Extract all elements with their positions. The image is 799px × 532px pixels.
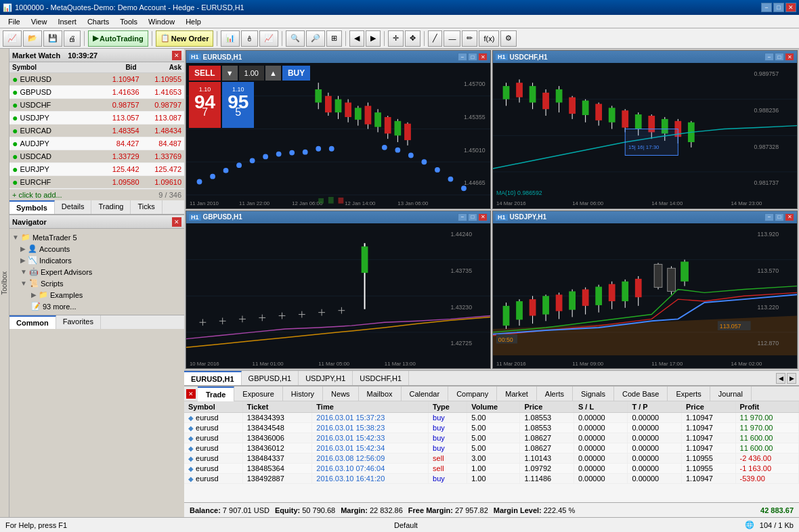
list-item[interactable]: ●USDJPY 113.057 113.087 [9,112,184,125]
list-item[interactable]: ●USDCAD 1.33729 1.33769 [9,150,184,163]
add-symbol-link[interactable]: + click to add... [12,191,62,199]
chart-line-button[interactable]: 📈 [259,30,278,47]
chart-close-button[interactable]: ✕ [478,213,488,221]
sidebar-item-indicators[interactable]: ▶ 📉 Indicators [9,254,184,266]
chart-min-button[interactable]: − [764,53,774,61]
chart-max-button[interactable]: □ [775,213,784,221]
settings-button[interactable]: ⚙ [500,30,517,47]
list-item[interactable]: ●GBPUSD 1.41636 1.41653 [9,86,184,99]
tab-symbols[interactable]: Symbols [9,200,55,214]
buy-button[interactable]: BUY [282,66,310,81]
menu-window[interactable]: Window [143,16,180,27]
volume-up-button[interactable]: ▲ [265,66,281,81]
menu-file[interactable]: File [3,16,26,27]
list-item[interactable]: ●EURCAD 1.48354 1.48434 [9,125,184,137]
col-price[interactable]: Price [520,401,574,413]
line-button[interactable]: ╱ [428,30,442,47]
market-watch-close[interactable]: ✕ [172,51,181,60]
col-sl[interactable]: S / L [574,401,628,413]
terminal-tab-experts[interactable]: Experts [668,386,710,401]
terminal-tab-company[interactable]: Company [448,386,497,401]
col-profit[interactable]: Profit [735,401,798,413]
chart-tab-next-button[interactable]: ▶ [787,373,796,384]
chart-min-button[interactable]: − [458,53,467,61]
terminal-tab-journal[interactable]: Journal [710,386,752,401]
col-type[interactable]: Type [429,401,467,413]
hline-button[interactable]: — [444,30,460,47]
tab-common[interactable]: Common [9,315,56,329]
chart-max-button[interactable]: □ [468,213,477,221]
zoom-in-button[interactable]: 🔍 [286,30,305,47]
list-item[interactable]: ●EURCHF 1.09580 1.09610 [9,176,184,189]
crosshair-button[interactable]: ✛ [388,30,404,47]
terminal-tab-history[interactable]: History [283,386,323,401]
chart-tab-usdchf[interactable]: USDCHF,H1 [353,371,409,385]
table-row[interactable]: ◆ eurusd 138485364 2016.03.10 07:46:04 s… [184,464,799,474]
terminal-close-button[interactable]: ✕ [186,389,196,399]
terminal-tab-market[interactable]: Market [497,386,537,401]
zoom-fit-button[interactable]: ⊞ [326,30,342,47]
col-current-price[interactable]: Price [682,401,736,413]
terminal-tab-alerts[interactable]: Alerts [537,386,573,401]
table-row[interactable]: ◆ eurusd 138434393 2016.03.01 15:37:23 b… [184,413,799,423]
chart-tab-prev-button[interactable]: ◀ [776,373,785,384]
tab-details[interactable]: Details [55,200,92,214]
save-button[interactable]: 💾 [43,30,62,47]
chart-tab-gbpusd[interactable]: GBPUSD,H1 [242,371,299,385]
table-row[interactable]: ◆ eurusd 138434548 2016.03.01 15:38:23 b… [184,423,799,433]
indicator-button[interactable]: f(x) [479,30,499,47]
col-ticket[interactable]: Ticket [242,401,312,413]
new-chart-button[interactable]: 📈 [3,30,22,47]
chart-close-button[interactable]: ✕ [478,53,488,61]
chart-close-button[interactable]: ✕ [785,213,794,221]
chart-candle-button[interactable]: 🕯 [241,30,258,47]
chart-min-button[interactable]: − [458,213,467,221]
pencil-button[interactable]: ✏ [462,30,477,47]
move-button[interactable]: ✥ [405,30,420,47]
col-time[interactable]: Time [312,401,429,413]
terminal-tab-exposure[interactable]: Exposure [234,386,282,401]
print-button[interactable]: 🖨 [64,30,81,47]
scroll-left-button[interactable]: ◀ [349,30,364,47]
table-row[interactable]: ◆ eurusd 138484337 2016.03.08 12:56:09 s… [184,453,799,464]
new-order-button[interactable]: 📋 New Order [156,30,214,47]
terminal-tab-signals[interactable]: Signals [573,386,614,401]
chart-tab-eurusd[interactable]: EURUSD,H1 [184,371,242,385]
close-button[interactable]: ✕ [785,3,796,12]
chart-min-button[interactable]: − [764,213,774,221]
sidebar-item-scripts[interactable]: ▼ 📜 Scripts [9,278,184,289]
terminal-tab-mailbox[interactable]: Mailbox [359,386,402,401]
scroll-right-button[interactable]: ▶ [366,30,381,47]
terminal-tab-trade[interactable]: Trade [198,386,234,401]
table-row[interactable]: ◆ eurusd 138436006 2016.03.01 15:42:33 b… [184,433,799,443]
terminal-tab-news[interactable]: News [323,386,359,401]
terminal-tab-codebase[interactable]: Code Base [614,386,668,401]
sidebar-item-accounts[interactable]: ▶ 👤 Accounts [9,243,184,254]
tab-favorites[interactable]: Favorites [56,315,101,329]
chart-max-button[interactable]: □ [775,53,784,61]
menu-insert[interactable]: Insert [52,16,82,27]
chart-max-button[interactable]: □ [468,53,477,61]
zoom-out-button[interactable]: 🔎 [306,30,325,47]
toolbox-strip[interactable]: Toolbox [0,49,9,517]
sidebar-item-more[interactable]: 📝 93 more... [9,301,184,312]
list-item[interactable]: ●AUDJPY 84.427 84.487 [9,137,184,150]
minimize-button[interactable]: − [761,3,772,12]
menu-view[interactable]: View [26,16,53,27]
open-button[interactable]: 📂 [23,30,42,47]
sidebar-item-experts[interactable]: ▼ 🤖 Expert Advisors [9,266,184,278]
menu-tools[interactable]: Tools [114,16,143,27]
navigator-close[interactable]: ✕ [172,217,181,227]
sidebar-item-examples[interactable]: ▶ 📁 Examples [9,289,184,301]
list-item[interactable]: ●USDCHF 0.98757 0.98797 [9,99,184,112]
col-tp[interactable]: T / P [628,401,682,413]
menu-help[interactable]: Help [180,16,207,27]
nav-item-metatrader[interactable]: ▼ 📁 MetaTrader 5 [9,231,184,243]
volume-input[interactable]: 1.00 [239,66,264,81]
list-item[interactable]: ●EURUSD 1.10947 1.10955 [9,73,184,86]
list-item[interactable]: ●EURJPY 125.442 125.472 [9,163,184,176]
table-row[interactable]: ◆ eurusd 138492887 2016.03.10 16:41:20 b… [184,474,799,484]
tab-trading[interactable]: Trading [91,200,131,214]
chart-bar-button[interactable]: 📊 [221,30,240,47]
table-row[interactable]: ◆ eurusd 138436012 2016.03.01 15:42:34 b… [184,443,799,453]
